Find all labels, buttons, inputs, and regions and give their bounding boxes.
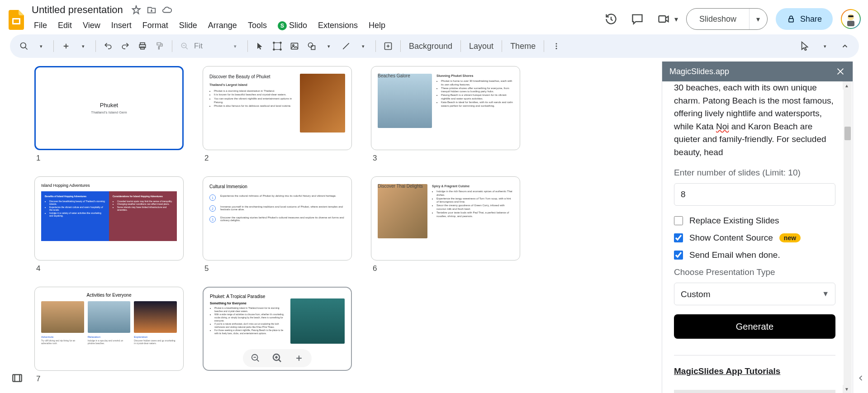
menu-format[interactable]: Format [138,18,173,33]
background-button[interactable]: Background [405,42,456,51]
layout-button[interactable]: Layout [465,42,497,51]
new-badge: new [779,233,801,242]
presentation-type-label: Choose Presentation Type [674,267,835,277]
video-icon[interactable] [655,10,673,28]
print-icon[interactable] [135,38,150,54]
presentation-type-select[interactable]: Custom [674,283,835,305]
menu-slide[interactable]: Slide [174,18,202,33]
collapse-icon[interactable] [837,38,853,54]
slido-icon: S [278,21,287,30]
zoom-in-icon[interactable] [293,352,305,365]
theme-button[interactable]: Theme [507,42,539,51]
image-icon[interactable] [287,38,302,54]
line-caret[interactable]: ▾ [356,38,371,54]
addon-sidepanel: MagicSlides.app ▲ ▼ 30 beaches, each wit… [662,62,853,393]
generate-button[interactable]: Generate [674,314,835,339]
paint-format-icon[interactable] [152,38,167,54]
slide-thumbnail-4[interactable]: Island Hopping Adventures Benefits of Is… [34,176,184,260]
slideshow-caret[interactable]: ▾ [749,9,767,29]
undo-icon[interactable] [100,38,116,54]
svg-rect-12 [274,43,281,50]
toolbar: ▾ ▾ Fit ▾ ▾ ▾ Background Layout Theme [10,34,859,58]
text-box-icon[interactable] [270,38,285,54]
svg-rect-25 [13,374,22,381]
star-icon[interactable] [131,5,141,15]
slide-number: 7 [34,374,184,384]
account-avatar[interactable] [841,9,861,29]
slide-thumbnail-5[interactable]: Cultural Immersion 1Experience the cultu… [203,176,352,260]
slide-number: 2 [203,154,352,163]
share-button[interactable]: Share [776,8,833,30]
search-icon[interactable] [16,38,32,54]
zoom-caret[interactable]: ▾ [228,38,243,54]
slideshow-button[interactable]: Slideshow [687,9,749,29]
scroll-up-icon[interactable]: ▲ [843,81,851,90]
svg-rect-20 [311,46,315,49]
doc-title[interactable]: Untitled presentation [29,3,126,17]
cloud-icon[interactable] [162,5,172,15]
line-icon[interactable] [338,38,354,54]
menu-extensions[interactable]: Extensions [313,18,363,33]
scrollbar-track[interactable]: ▲ ▼ [844,81,852,393]
menu-tools[interactable]: Tools [243,18,272,33]
send-email-label: Send Email when done. [689,250,780,260]
slide-number: 3 [371,154,520,163]
slide-image [378,74,432,128]
context-paragraph: 30 beaches, each with its own unique cha… [674,81,835,159]
zoom-out-icon[interactable] [249,352,262,365]
filmstrip-icon[interactable] [11,372,23,384]
tutorials-link[interactable]: MagicSlides App Tutorials [674,366,780,376]
menu-edit[interactable]: Edit [53,18,77,33]
slide-thumbnail-6[interactable]: Discover Thai DelightsSpicy & Fragrant C… [371,176,520,260]
replace-slides-checkbox[interactable] [674,216,683,225]
new-slide-caret[interactable]: ▾ [76,38,91,54]
scrollbar-thumb[interactable] [844,127,851,140]
svg-rect-17 [291,43,298,49]
menu-insert[interactable]: Insert [106,18,137,33]
scroll-down-icon[interactable]: ▼ [843,385,851,393]
slide-thumbnail-8[interactable]: Phuket: A Tropical ParadiseSomething for… [203,287,352,371]
video-caret-icon[interactable]: ▾ [674,15,678,24]
svg-point-23 [556,46,557,47]
move-icon[interactable] [147,5,157,15]
lock-icon [787,14,796,24]
cursor-share-icon[interactable] [797,38,813,54]
menu-file[interactable]: File [29,18,52,33]
slide-thumbnail-1[interactable]: PhuketThailand's Island Gem [34,66,184,150]
zoom-level[interactable]: Fit [194,42,226,51]
slides-logo[interactable] [7,11,25,29]
menu-slido[interactable]: SSlido [273,18,312,33]
close-icon[interactable] [835,66,845,76]
expand-rail-icon[interactable] [855,372,867,384]
menu-help[interactable]: Help [364,18,390,33]
shape-caret[interactable]: ▾ [321,38,337,54]
svg-point-15 [273,49,275,50]
show-source-checkbox[interactable] [674,233,683,242]
svg-point-14 [280,42,281,43]
cursor-caret[interactable]: ▾ [817,38,833,54]
comment-add-icon[interactable] [380,38,396,54]
redo-icon[interactable] [118,38,133,54]
new-slide-icon[interactable] [58,38,74,54]
menu-arrange[interactable]: Arrange [203,18,242,33]
horizontal-scrollbar[interactable] [674,390,835,393]
send-email-checkbox[interactable] [674,251,683,260]
zoom-reset-icon[interactable] [271,352,284,365]
select-tool-icon[interactable] [252,38,268,54]
slide-thumbnail-2[interactable]: Discover the Beauty of PhuketThailand's … [203,66,352,150]
show-source-label: Show Content Source [689,233,773,243]
svg-point-22 [556,43,557,44]
sidepanel-title: MagicSlides.app [669,67,729,76]
slide-thumbnail-7[interactable]: Activities for Everyone AdventureRelaxat… [34,287,184,371]
history-icon[interactable] [602,10,620,28]
search-caret[interactable]: ▾ [33,38,49,54]
slide-thumbnail-3[interactable]: Beaches GaloreStunning Phuket Shores Phu… [371,66,520,150]
zoom-icon[interactable] [177,38,192,54]
slides-count-input[interactable] [674,183,835,206]
shape-icon[interactable] [304,38,319,54]
slides-count-label: Enter number of slides (Limit: 10) [674,168,835,178]
comments-icon[interactable] [628,10,646,28]
svg-rect-6 [848,15,854,17]
more-icon[interactable] [549,38,564,54]
menu-view[interactable]: View [78,18,105,33]
